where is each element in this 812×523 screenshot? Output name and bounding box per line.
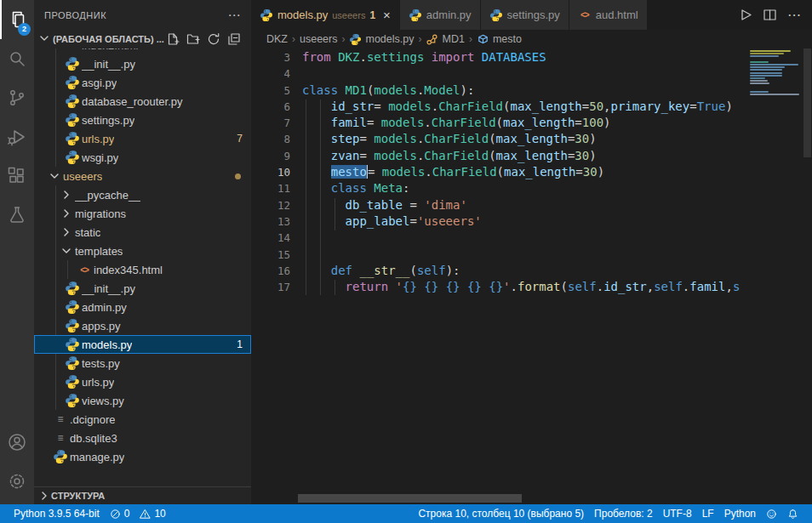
tree-item-static[interactable]: static xyxy=(34,223,251,242)
tree-item-apps.py[interactable]: apps.py xyxy=(34,316,251,335)
tree-item-useeers[interactable]: useeers xyxy=(34,167,251,185)
status-eol-sequence[interactable]: LF xyxy=(697,504,719,523)
code-token: ' xyxy=(503,280,510,293)
code-token xyxy=(474,50,481,64)
tree-item-index2.html[interactable]: <>index2.html xyxy=(34,48,251,54)
tree-item-manage.py[interactable]: manage.py xyxy=(34,447,251,466)
tab-settings.py[interactable]: settings.py xyxy=(481,0,569,30)
tree-item-label: asgi.py xyxy=(82,77,117,89)
status-notifications[interactable] xyxy=(782,504,803,523)
collapse-all-icon[interactable] xyxy=(227,32,241,46)
python-icon xyxy=(53,450,68,463)
status-python-interpreter[interactable]: Python 3.9.5 64-bit xyxy=(9,504,105,523)
breadcrumb-item-useeers[interactable]: useeers xyxy=(300,33,337,45)
activity-bar-bottom xyxy=(0,423,34,501)
refresh-icon[interactable] xyxy=(207,32,220,46)
line-number: 5 xyxy=(251,82,290,99)
tree-item-admin.py[interactable]: admin.py xyxy=(34,298,251,316)
code-token xyxy=(302,198,346,212)
code-line: class Meta: xyxy=(302,180,746,196)
vertical-scrollbar-slider[interactable] xyxy=(803,48,811,157)
tree-item-settings.py[interactable]: settings.py xyxy=(34,111,251,129)
tree-item-db.sqlite3[interactable]: ≡db.sqlite3 xyxy=(34,429,251,447)
code-content[interactable]: from DKZ.settings import DATABASESclass … xyxy=(302,49,746,295)
activity-item-run-debug[interactable] xyxy=(0,117,34,156)
breadcrumb-item-DKZ[interactable]: DKZ xyxy=(266,33,288,45)
explorer-action-icons xyxy=(166,32,248,46)
code-token: Model xyxy=(424,83,460,97)
status-language-mode[interactable]: Python xyxy=(719,504,761,523)
more-actions-icon[interactable]: ⋯ xyxy=(787,7,802,23)
tree-item-database_roouter.py[interactable]: database_roouter.py xyxy=(34,92,251,111)
outline-section-header[interactable]: СТРУКТУРА xyxy=(34,486,251,504)
activity-item-account[interactable] xyxy=(0,423,34,462)
tree-item-.dcignore[interactable]: ≡.dcignore xyxy=(34,410,251,429)
tree-item-urls.py[interactable]: urls.py7 xyxy=(34,129,251,148)
status-feedback[interactable] xyxy=(761,504,782,523)
run-python-file-icon[interactable] xyxy=(738,8,752,22)
chevron-right-icon xyxy=(60,188,73,202)
activity-item-explorer[interactable]: 2 xyxy=(0,0,34,39)
breadcrumb-label: useeers xyxy=(300,33,337,45)
html-icon: <> xyxy=(578,9,592,22)
activity-item-source-control[interactable] xyxy=(0,78,34,117)
tree-item-tests.py[interactable]: tests.py xyxy=(34,354,251,372)
tab-models.py[interactable]: models.pyuseeers1× xyxy=(251,0,400,30)
explorer-sidebar: ПРОВОДНИК ⋯ (РАБОЧАЯ ОБЛАСТЬ) ... <>inde… xyxy=(34,0,251,504)
activity-item-testing[interactable] xyxy=(0,196,34,235)
more-actions-icon[interactable]: ⋯ xyxy=(228,8,242,23)
activity-item-search[interactable] xyxy=(0,39,34,78)
code-token: . xyxy=(424,116,431,129)
code-token: step xyxy=(331,132,360,145)
modified-dot xyxy=(235,173,241,179)
status-indentation[interactable]: Пробелов: 2 xyxy=(589,504,658,523)
close-icon[interactable]: × xyxy=(383,9,391,21)
code-token: 'useeers' xyxy=(417,214,482,228)
activity-item-settings-gear[interactable] xyxy=(0,462,34,501)
status-cursor-position[interactable]: Строка 10, столбец 10 (выбрано 5) xyxy=(413,504,589,523)
code-token: CharField xyxy=(432,165,497,179)
tree-item-__pycache__[interactable]: __pycache__ xyxy=(34,185,251,204)
status-problems-warnings[interactable]: 10 xyxy=(134,504,170,523)
editor[interactable]: 34567891011121314151617 from DKZ.setting… xyxy=(251,48,812,504)
workspace-section-header[interactable]: (РАБОЧАЯ ОБЛАСТЬ) ... xyxy=(34,30,251,48)
vertical-scrollbar[interactable] xyxy=(803,48,812,504)
split-editor-icon[interactable] xyxy=(763,8,777,22)
tab-aud.html[interactable]: <>aud.html xyxy=(569,0,648,30)
minimap-line xyxy=(750,75,782,77)
breadcrumb-item-models.py[interactable]: models.py xyxy=(349,33,414,46)
activity-item-extensions[interactable] xyxy=(0,156,34,196)
code-token: ' xyxy=(396,280,403,293)
new-folder-icon[interactable] xyxy=(186,32,200,46)
python-icon xyxy=(65,300,80,314)
code-token: models xyxy=(374,83,417,97)
tree-item-wsgi.py[interactable]: wsgi.py xyxy=(34,148,251,167)
breadcrumb-item-mesto[interactable]: mesto xyxy=(477,33,522,46)
minimap[interactable] xyxy=(746,50,803,504)
new-file-icon[interactable] xyxy=(166,32,180,46)
tree-item-views.py[interactable]: views.py xyxy=(34,391,251,410)
tab-label: admin.py xyxy=(426,9,472,21)
code-token: {} xyxy=(467,280,482,293)
tab-admin.py[interactable]: admin.py xyxy=(400,0,481,30)
tab-label: aud.html xyxy=(596,9,638,21)
tree-item-templates[interactable]: templates xyxy=(34,242,251,260)
code-token xyxy=(482,280,489,293)
code-token: self xyxy=(568,280,597,293)
tree-item-label: settings.py xyxy=(82,114,134,127)
code-token: , xyxy=(725,280,732,293)
breadcrumb-item-MD1[interactable]: MD1 xyxy=(426,33,464,46)
tree-item-index345.html[interactable]: <>index345.html xyxy=(34,260,251,279)
tree-item-label: tests.py xyxy=(82,357,120,370)
tree-item-__init__.py[interactable]: __init__.py xyxy=(34,279,251,298)
tree-item-label: views.py xyxy=(82,395,124,407)
tree-item-__init__.py[interactable]: __init__.py xyxy=(34,54,251,73)
tree-item-models.py[interactable]: models.py1 xyxy=(34,335,251,354)
tree-item-urls.py[interactable]: urls.py xyxy=(34,372,251,391)
status-problems-errors[interactable]: 0 xyxy=(105,504,135,523)
code-token: ) xyxy=(598,165,604,179)
tree-item-migrations[interactable]: migrations xyxy=(34,204,251,223)
status-encoding[interactable]: UTF-8 xyxy=(658,504,697,523)
tree-item-asgi.py[interactable]: asgi.py xyxy=(34,73,251,92)
horizontal-scrollbar[interactable] xyxy=(298,494,522,503)
